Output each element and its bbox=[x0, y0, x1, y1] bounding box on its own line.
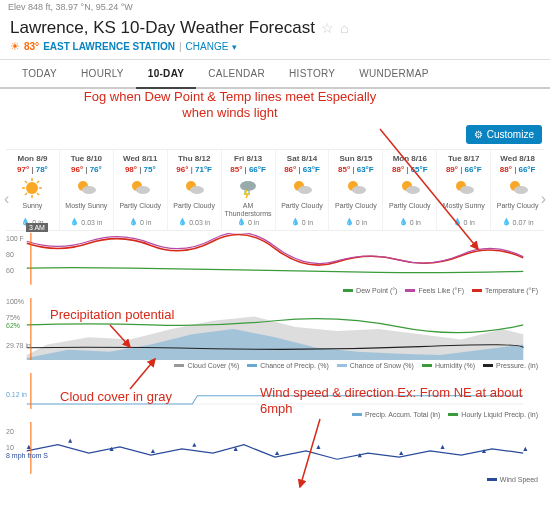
day-date: Sat 8/14 bbox=[277, 154, 328, 163]
day-temps: 96° | 76° bbox=[61, 165, 112, 174]
day-precip: 💧0 in bbox=[223, 218, 274, 226]
current-temp: 83° bbox=[24, 41, 39, 52]
divider: | bbox=[179, 41, 182, 52]
day-col[interactable]: Mon 8/1688° | 65°FPartly Cloudy💧0 in bbox=[383, 150, 437, 230]
axis-62: 62% bbox=[6, 322, 20, 329]
wind-svg bbox=[6, 422, 544, 474]
legend-item: Humidity (%) bbox=[422, 362, 475, 369]
sun-icon: ☀ bbox=[10, 40, 20, 53]
day-date: Wed 8/18 bbox=[492, 154, 543, 163]
day-date: Mon 8/16 bbox=[384, 154, 435, 163]
day-temps: 88° | 65°F bbox=[384, 165, 435, 174]
day-condition: Partly Cloudy bbox=[492, 202, 543, 216]
customize-button[interactable]: ⚙ Customize bbox=[466, 125, 542, 144]
day-col[interactable]: Mon 8/997° | 78°Sunny💧0 in bbox=[6, 150, 60, 230]
axis-10: 10 bbox=[6, 444, 14, 451]
legend-item: Feels Like (°F) bbox=[405, 287, 464, 294]
day-strip: ‹ › Mon 8/997° | 78°Sunny💧0 inTue 8/1096… bbox=[6, 149, 544, 231]
time-marker: 3 AM bbox=[26, 223, 48, 232]
svg-line-6 bbox=[37, 193, 39, 195]
day-temps: 89° | 66°F bbox=[438, 165, 489, 174]
svg-point-19 bbox=[352, 186, 366, 194]
drop-icon: 💧 bbox=[291, 218, 300, 226]
day-precip: 💧0 in bbox=[115, 218, 166, 226]
precip-svg bbox=[6, 373, 544, 409]
day-col[interactable]: Wed 8/1888° | 66°FPartly Cloudy💧0.07 in bbox=[491, 150, 544, 230]
svg-point-21 bbox=[406, 186, 420, 194]
day-precip: 💧0 in bbox=[438, 218, 489, 226]
annotation-fog: Fog when Dew Point & Temp lines meet Esp… bbox=[80, 89, 380, 120]
day-col[interactable]: Sun 8/1585° | 63°FPartly Cloudy💧0 in bbox=[329, 150, 383, 230]
day-date: Wed 8/11 bbox=[115, 154, 166, 163]
partly-cloudy-icon bbox=[169, 177, 220, 199]
change-station-link[interactable]: CHANGE bbox=[186, 41, 229, 52]
day-temps: 86° | 63°F bbox=[277, 165, 328, 174]
svg-point-15 bbox=[240, 181, 256, 191]
day-col[interactable]: Wed 8/1198° | 75°Partly Cloudy💧0 in bbox=[114, 150, 168, 230]
day-col[interactable]: Fri 8/1385° | 66°FAM Thunderstorms💧0 in bbox=[222, 150, 276, 230]
day-date: Tue 8/17 bbox=[438, 154, 489, 163]
chevron-down-icon[interactable]: ▾ bbox=[232, 42, 237, 52]
day-temps: 98° | 75° bbox=[115, 165, 166, 174]
axis-20: 20 bbox=[6, 428, 14, 435]
day-col[interactable]: Sat 8/1486° | 63°FPartly Cloudy💧0 in bbox=[276, 150, 330, 230]
day-col[interactable]: Tue 8/1096° | 76°Mostly Sunny💧0.03 in bbox=[60, 150, 114, 230]
day-temps: 85° | 66°F bbox=[223, 165, 274, 174]
svg-point-12 bbox=[136, 186, 150, 194]
day-precip: 💧0.07 in bbox=[492, 218, 543, 226]
drop-icon: 💧 bbox=[502, 218, 511, 226]
next-arrow-icon[interactable]: › bbox=[541, 190, 546, 208]
tab-wundermap[interactable]: WUNDERMAP bbox=[347, 60, 440, 87]
legend-mid: Cloud Cover (%)Chance of Precip. (%)Chan… bbox=[6, 360, 544, 371]
legend-item: Hourly Liquid Precip. (in) bbox=[448, 411, 538, 418]
mostly-sunny-icon bbox=[438, 177, 489, 199]
partly-cloudy-icon bbox=[115, 177, 166, 199]
nav-tabs: TODAYHOURLY10-DAYCALENDARHISTORYWUNDERMA… bbox=[0, 60, 550, 89]
tab-10day[interactable]: 10-DAY bbox=[136, 60, 196, 89]
legend-wind: Wind Speed bbox=[6, 474, 544, 485]
page-title: Lawrence, KS 10-Day Weather Forecast bbox=[10, 18, 315, 38]
day-temps: 88° | 66°F bbox=[492, 165, 543, 174]
legend-item: Chance of Precip. (%) bbox=[247, 362, 328, 369]
tab-history[interactable]: HISTORY bbox=[277, 60, 347, 87]
day-temps: 96° | 71°F bbox=[169, 165, 220, 174]
axis-100pct: 100% bbox=[6, 298, 24, 305]
mostly-sunny-icon bbox=[61, 177, 112, 199]
home-icon[interactable]: ⌂ bbox=[340, 20, 348, 36]
drop-icon: 💧 bbox=[453, 218, 462, 226]
partly-cloudy-icon bbox=[384, 177, 435, 199]
drop-icon: 💧 bbox=[399, 218, 408, 226]
day-condition: AM Thunderstorms bbox=[223, 202, 274, 216]
day-col[interactable]: Thu 8/1296° | 71°FPartly Cloudy💧0.03 in bbox=[168, 150, 222, 230]
day-condition: Partly Cloudy bbox=[330, 202, 381, 216]
axis-60: 60 bbox=[6, 267, 14, 274]
temp-chart: 3 AM 100 F 80 60 Dew Point (°)Feels Like… bbox=[6, 233, 544, 296]
legend-item: Cloud Cover (%) bbox=[174, 362, 239, 369]
day-precip: 💧0.03 in bbox=[169, 218, 220, 226]
prev-arrow-icon[interactable]: ‹ bbox=[4, 190, 9, 208]
tab-hourly[interactable]: HOURLY bbox=[69, 60, 136, 87]
day-condition: Partly Cloudy bbox=[169, 202, 220, 216]
star-icon[interactable]: ☆ bbox=[321, 20, 334, 36]
axis-precip-marker: 0.12 in bbox=[6, 391, 27, 398]
axis-80: 80 bbox=[6, 251, 14, 258]
svg-point-25 bbox=[514, 186, 528, 194]
day-condition: Mostly Sunny bbox=[438, 202, 489, 216]
svg-point-10 bbox=[82, 186, 96, 194]
partly-cloudy-icon bbox=[330, 177, 381, 199]
svg-line-8 bbox=[25, 193, 27, 195]
day-condition: Partly Cloudy bbox=[384, 202, 435, 216]
tab-today[interactable]: TODAY bbox=[10, 60, 69, 87]
location-meta: Elev 848 ft, 38.97 °N, 95.24 °W bbox=[0, 0, 550, 14]
mid-svg bbox=[6, 298, 544, 360]
legend-item: Dew Point (°) bbox=[343, 287, 397, 294]
tab-calendar[interactable]: CALENDAR bbox=[196, 60, 277, 87]
legend-temp: Dew Point (°)Feels Like (°F)Temperature … bbox=[6, 285, 544, 296]
axis-100f: 100 F bbox=[6, 235, 24, 242]
station-name[interactable]: EAST LAWRENCE STATION bbox=[43, 41, 175, 52]
legend-item: Wind Speed bbox=[487, 476, 538, 483]
day-precip: 💧0.03 in bbox=[61, 218, 112, 226]
day-col[interactable]: Tue 8/1789° | 66°FMostly Sunny💧0 in bbox=[437, 150, 491, 230]
day-precip: 💧0 in bbox=[277, 218, 328, 226]
mid-chart: 100% 75% 62% 29.78 in Cloud Cover (%)Cha… bbox=[6, 298, 544, 371]
